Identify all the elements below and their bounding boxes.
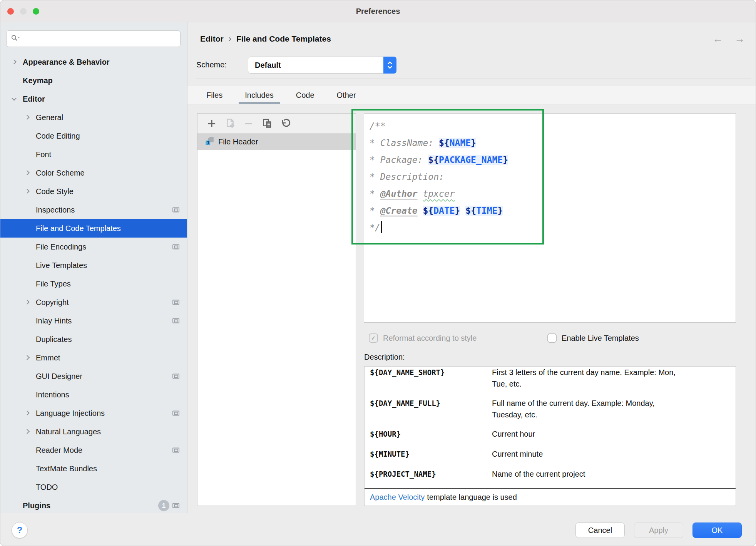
sidebar-item-duplicates[interactable]: Duplicates bbox=[0, 330, 187, 348]
forward-arrow-icon[interactable]: → bbox=[734, 33, 745, 45]
minimize-window-icon[interactable] bbox=[20, 8, 27, 15]
search-icon bbox=[10, 33, 20, 44]
sidebar-item-label: Reader Mode bbox=[36, 446, 82, 455]
reformat-label: Reformat according to style bbox=[383, 334, 477, 343]
apache-velocity-link[interactable]: Apache Velocity bbox=[370, 493, 425, 502]
sidebar-item-label: File Types bbox=[36, 280, 71, 288]
scheme-label: Scheme: bbox=[196, 60, 227, 69]
scheme-select[interactable]: Default bbox=[248, 57, 396, 74]
chevron-right-icon[interactable] bbox=[25, 170, 30, 175]
code-line: * ClassName: ${NAME} bbox=[370, 134, 736, 151]
enable-live-templates-checkbox[interactable] bbox=[547, 333, 557, 343]
cancel-button[interactable]: Cancel bbox=[575, 523, 625, 538]
sidebar-item-general[interactable]: General bbox=[0, 108, 187, 127]
sidebar-item-color-scheme[interactable]: Color Scheme bbox=[0, 164, 187, 182]
code-text: * ClassName: bbox=[370, 138, 439, 148]
sidebar-item-language-injections[interactable]: Language Injections bbox=[0, 404, 187, 422]
sidebar-item-label: Intentions bbox=[36, 390, 69, 399]
divider bbox=[196, 79, 751, 79]
tab-includes[interactable]: Includes bbox=[245, 86, 274, 104]
ok-button[interactable]: OK bbox=[692, 523, 742, 538]
back-arrow-icon[interactable]: ← bbox=[713, 33, 723, 45]
live-templates-option: Enable Live Templates bbox=[547, 333, 639, 343]
stepper-icon[interactable] bbox=[383, 57, 396, 74]
settings-content: Editor › File and Code Templates ← → Sch… bbox=[187, 22, 756, 513]
template-list-toolbar bbox=[197, 114, 356, 134]
sidebar-item-file-types[interactable]: File Types bbox=[0, 275, 187, 293]
chevron-down-icon[interactable] bbox=[12, 96, 17, 101]
sidebar-item-code-style[interactable]: Code Style bbox=[0, 182, 187, 201]
code-text: /** bbox=[370, 121, 386, 131]
code-text bbox=[418, 206, 423, 216]
sidebar-item-copyright[interactable]: Copyright bbox=[0, 293, 187, 312]
tab-code[interactable]: Code bbox=[296, 86, 314, 104]
sidebar-item-reader-mode[interactable]: Reader Mode bbox=[0, 441, 187, 459]
settings-search[interactable] bbox=[6, 30, 181, 47]
tab-files[interactable]: Files bbox=[206, 86, 222, 104]
sidebar-item-keymap[interactable]: Keymap bbox=[0, 71, 187, 90]
sidebar-item-label: Appearance & Behavior bbox=[23, 58, 110, 67]
template-list-panel: JFile Header bbox=[197, 113, 356, 506]
window-controls bbox=[7, 8, 39, 15]
sidebar-item-intentions[interactable]: Intentions bbox=[0, 385, 187, 404]
text-caret bbox=[381, 221, 382, 233]
chevron-right-icon[interactable] bbox=[25, 429, 30, 434]
breadcrumb-editor[interactable]: Editor bbox=[200, 34, 224, 44]
sidebar-item-gui-designer[interactable]: GUI Designer bbox=[0, 367, 187, 385]
code-text: * bbox=[370, 189, 380, 199]
sidebar-item-live-templates[interactable]: Live Templates bbox=[0, 256, 187, 275]
sidebar-item-inspections[interactable]: Inspections bbox=[0, 201, 187, 219]
chevron-right-icon[interactable] bbox=[25, 410, 30, 415]
revert-button[interactable] bbox=[280, 118, 291, 129]
search-input[interactable] bbox=[23, 34, 180, 43]
template-variable: ${TIME} bbox=[465, 206, 503, 216]
code-line: * @Author tpxcer bbox=[370, 185, 736, 202]
code-line: * @Create ${DATE} ${TIME} bbox=[370, 202, 736, 219]
breadcrumb-separator-icon: › bbox=[229, 34, 231, 44]
chevron-right-icon[interactable] bbox=[12, 59, 17, 64]
chevron-right-icon[interactable] bbox=[25, 300, 30, 305]
help-button[interactable]: ? bbox=[12, 522, 28, 538]
code-text bbox=[418, 189, 423, 199]
variable-description: Full name of the current day. Example: M… bbox=[492, 397, 655, 420]
code-text: * bbox=[370, 206, 380, 216]
sidebar-item-editor[interactable]: Editor bbox=[0, 90, 187, 108]
title-bar: Preferences bbox=[0, 0, 756, 22]
add-button[interactable] bbox=[206, 118, 217, 129]
sidebar-item-label: TextMate Bundles bbox=[36, 464, 97, 473]
sidebar-item-file-encodings[interactable]: File Encodings bbox=[0, 238, 187, 256]
description-panel: ${DAY_NAME_SHORT}First 3 letters of the … bbox=[364, 366, 736, 506]
description-row: ${DAY_NAME_FULL}Full name of the current… bbox=[370, 397, 728, 420]
duplicate-button[interactable] bbox=[261, 118, 273, 129]
panel-icon bbox=[172, 318, 179, 323]
sidebar-item-plugins[interactable]: Plugins1 bbox=[0, 496, 187, 513]
settings-sidebar: Appearance & BehaviorKeymapEditorGeneral… bbox=[0, 22, 187, 513]
template-variable: ${NAME} bbox=[439, 138, 476, 148]
code-text: */ bbox=[370, 223, 380, 233]
sidebar-item-emmet[interactable]: Emmet bbox=[0, 348, 187, 367]
sidebar-item-font[interactable]: Font bbox=[0, 145, 187, 164]
tab-other[interactable]: Other bbox=[337, 86, 356, 104]
sidebar-item-todo[interactable]: TODO bbox=[0, 478, 187, 496]
close-window-icon[interactable] bbox=[7, 8, 14, 15]
panel-icon bbox=[172, 208, 179, 213]
sidebar-item-inlay-hints[interactable]: Inlay Hints bbox=[0, 312, 187, 330]
template-item-file-header[interactable]: JFile Header bbox=[197, 134, 356, 150]
sidebar-item-label: Font bbox=[36, 150, 51, 159]
sidebar-item-textmate-bundles[interactable]: TextMate Bundles bbox=[0, 459, 187, 478]
zoom-window-icon[interactable] bbox=[33, 8, 39, 15]
sidebar-item-appearance-behavior[interactable]: Appearance & Behavior bbox=[0, 53, 187, 71]
variable-term: ${MINUTE} bbox=[370, 448, 492, 460]
description-footer: Apache Velocity template language is use… bbox=[365, 488, 736, 506]
sidebar-item-file-and-code-templates[interactable]: File and Code Templates bbox=[0, 219, 187, 238]
sidebar-item-natural-languages[interactable]: Natural Languages bbox=[0, 422, 187, 441]
chevron-right-icon[interactable] bbox=[25, 355, 30, 360]
template-editor[interactable]: /*** ClassName: ${NAME}* Package: ${PACK… bbox=[364, 114, 736, 236]
chevron-right-icon[interactable] bbox=[25, 189, 30, 194]
code-line: * Package: ${PACKAGE_NAME} bbox=[370, 151, 736, 168]
sidebar-item-label: Inspections bbox=[36, 206, 75, 214]
chevron-right-icon[interactable] bbox=[25, 115, 30, 120]
sidebar-item-label: Emmet bbox=[36, 353, 60, 362]
template-variable: ${DATE} bbox=[423, 206, 460, 216]
sidebar-item-code-editing[interactable]: Code Editing bbox=[0, 127, 187, 145]
